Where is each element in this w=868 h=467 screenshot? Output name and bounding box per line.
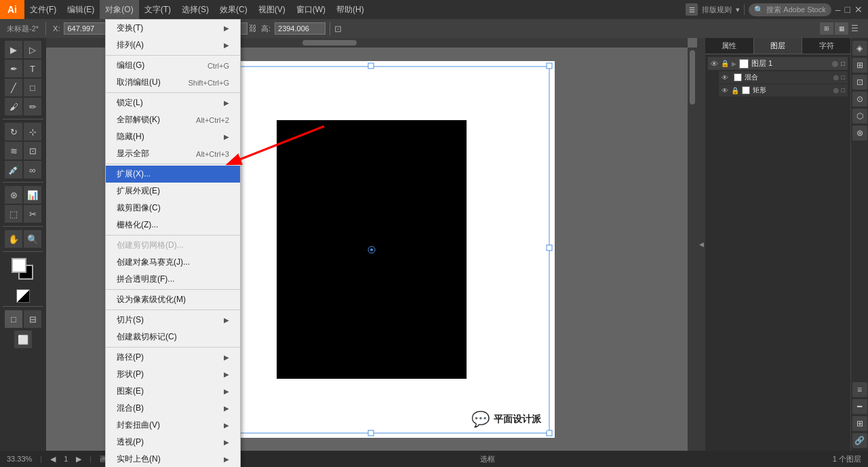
menu-item-expand-appearance[interactable]: 扩展外观(E)	[106, 183, 240, 200]
align-icon[interactable]: ⊞	[852, 58, 867, 73]
sublayer-rect-lock[interactable]: 🔒	[731, 87, 739, 94]
tool-paintbrush[interactable]: 🖌	[5, 98, 22, 115]
tool-eyedropper[interactable]: 💉	[5, 161, 22, 179]
tool-slice[interactable]: ✂	[24, 205, 41, 223]
draw-mode-normal[interactable]: □	[5, 310, 22, 328]
align-panel-icon[interactable]: ≡	[852, 382, 867, 397]
symbol-icon[interactable]: ⊛	[852, 126, 867, 141]
menu-select[interactable]: 选择(S)	[176, 0, 214, 19]
sublayer-blend-target[interactable]: ◎	[833, 74, 839, 81]
tool-warp[interactable]: ≋	[5, 142, 22, 160]
menu-item-rasterize[interactable]: 栅格化(Z)...	[106, 217, 240, 234]
grid-icon1[interactable]: ⊞	[820, 22, 833, 35]
layout-btn[interactable]: ☰	[686, 3, 698, 16]
gradient-icon[interactable]: ⊞	[852, 416, 867, 431]
tool-pen[interactable]: ✒	[5, 60, 22, 77]
menu-item-show-all[interactable]: 显示全部Alt+Ctrl+3	[106, 145, 240, 162]
tool-rotate[interactable]: ↻	[5, 123, 22, 141]
sublayer-rect-target[interactable]: ◎	[833, 87, 839, 94]
next-page[interactable]: ▶	[76, 455, 81, 464]
tool-type[interactable]: T	[24, 60, 41, 77]
tool-rect[interactable]: □	[24, 79, 41, 96]
menu-object[interactable]: 对象(O)	[100, 0, 138, 19]
menu-item-arrange[interactable]: 排列(A)▶	[106, 37, 240, 54]
links-icon[interactable]: 🔗	[852, 433, 867, 448]
draw-mode-inside[interactable]: ⊟	[24, 310, 41, 328]
tool-zoom[interactable]: 🔍	[24, 230, 41, 248]
shape-builder-icon[interactable]: ⬡	[852, 109, 867, 124]
tool-free-transform[interactable]: ⊡	[24, 142, 41, 160]
menu-window[interactable]: 窗口(W)	[291, 0, 331, 19]
menu-item-unlock-all[interactable]: 全部解锁(K)Alt+Ctrl+2	[106, 111, 240, 128]
restore-btn[interactable]: □	[845, 4, 850, 15]
menu-item-create-trim-marks[interactable]: 创建裁切标记(C)	[106, 329, 240, 345]
menu-item-path[interactable]: 路径(P)▶	[106, 349, 240, 366]
none-color[interactable]	[16, 289, 30, 303]
layer-expand-icon[interactable]: ▶	[732, 60, 736, 67]
foreground-color[interactable]	[12, 258, 26, 273]
layer-select-icon[interactable]: □	[841, 60, 845, 67]
sublayer-blend-vis[interactable]: 👁	[722, 74, 728, 81]
tab-character[interactable]: 字符	[802, 38, 850, 54]
menu-item-expand[interactable]: 扩展(X)...	[106, 166, 240, 183]
search-box[interactable]: 🔍 搜索 Adobe Stock	[749, 3, 831, 16]
menu-file[interactable]: 文件(F)	[24, 0, 62, 19]
layer-lock-icon[interactable]: 🔒	[721, 60, 729, 67]
sublayer-blend-select[interactable]: □	[842, 74, 845, 81]
sublayer-rect-vis[interactable]: 👁	[722, 87, 728, 94]
grid-icon2[interactable]: ▦	[835, 22, 848, 35]
screen-mode[interactable]: ⬜	[14, 331, 32, 348]
tool-blend[interactable]: ∞	[24, 161, 41, 179]
menu-item-flatten[interactable]: 拼合透明度(F)...	[106, 271, 240, 288]
transform-panel-icon[interactable]: ⊡	[852, 75, 867, 90]
tool-direct-select[interactable]: ▷	[24, 41, 41, 58]
sublayer-rect-select[interactable]: □	[842, 87, 845, 94]
tool-symbol[interactable]: ⊛	[5, 186, 22, 204]
menu-item-hide[interactable]: 隐藏(H)▶	[106, 128, 240, 145]
menu-view[interactable]: 视图(V)	[253, 0, 291, 19]
sort-dropdown[interactable]: ▾	[736, 5, 740, 14]
menu-item-blend[interactable]: 混合(B)▶	[106, 400, 240, 417]
menu-item-pattern[interactable]: 图案(E)▶	[106, 383, 240, 400]
menu-item-perspective[interactable]: 透视(P)▶	[106, 434, 240, 451]
minimize-btn[interactable]: –	[835, 4, 841, 15]
menu-effect[interactable]: 效果(C)	[214, 0, 253, 19]
tab-properties[interactable]: 属性	[705, 38, 754, 54]
tab-layers[interactable]: 图层	[754, 38, 803, 54]
menu-item-slice[interactable]: 切片(S)▶	[106, 312, 240, 329]
menu-help[interactable]: 帮助(H)	[331, 0, 370, 19]
tool-graph[interactable]: 📊	[24, 186, 41, 204]
menu-item-group[interactable]: 编组(G)Ctrl+G	[106, 57, 240, 74]
layer-header[interactable]: 👁 🔒 ▶ 图层 1 ◎ □	[708, 57, 848, 70]
sublayer-blend[interactable]: 👁 混合 ◎ □	[719, 71, 848, 83]
menu-item-envelope[interactable]: 封套扭曲(V)▶	[106, 417, 240, 434]
tool-scale[interactable]: ⊹	[24, 123, 41, 141]
tool-line[interactable]: ╱	[5, 79, 22, 96]
prev-page[interactable]: ◀	[50, 455, 56, 464]
menu-item-pixel-opt[interactable]: 设为像素级优化(M)	[106, 291, 240, 308]
x-input[interactable]	[64, 22, 108, 35]
sublayer-rect[interactable]: 👁 🔒 矩形 ◎ □	[719, 84, 848, 96]
layer-target-icon[interactable]: ◎	[832, 60, 838, 67]
menu-item-live-paint[interactable]: 实时上色(N)▶	[106, 451, 240, 467]
stroke-icon[interactable]: ━	[852, 399, 867, 414]
layer-vis-icon[interactable]: 👁	[711, 60, 718, 68]
menu-item-crop-image[interactable]: 裁剪图像(C)	[106, 200, 240, 217]
v-scrollbar[interactable]	[688, 48, 697, 451]
tool-pencil[interactable]: ✏	[24, 98, 41, 115]
menu-item-ungroup[interactable]: 取消编组(U)Shift+Ctrl+G	[106, 74, 240, 91]
menu-item-shape[interactable]: 形状(P)▶	[106, 366, 240, 383]
h-input[interactable]	[275, 22, 326, 35]
menu-edit[interactable]: 编辑(E)	[62, 0, 100, 19]
panel-toggle[interactable]: ☰	[851, 24, 859, 33]
object-dropdown-menu[interactable]: 变换(T)▶ 排列(A)▶ 编组(G)Ctrl+G 取消编组(U)Shift+C…	[105, 19, 241, 467]
appearance-icon[interactable]: ◈	[852, 41, 867, 56]
panel-collapse-btn[interactable]: ◀	[697, 38, 705, 451]
close-btn[interactable]: ✕	[854, 4, 863, 15]
menu-item-create-mosaic[interactable]: 创建对象马赛克(J)...	[106, 254, 240, 271]
tool-hand[interactable]: ✋	[5, 230, 22, 248]
menu-item-lock[interactable]: 锁定(L)▶	[106, 94, 240, 111]
pathfinder-icon[interactable]: ⊙	[852, 92, 867, 107]
menu-text[interactable]: 文字(T)	[139, 0, 176, 19]
link-icon[interactable]: ⛓	[249, 24, 257, 33]
